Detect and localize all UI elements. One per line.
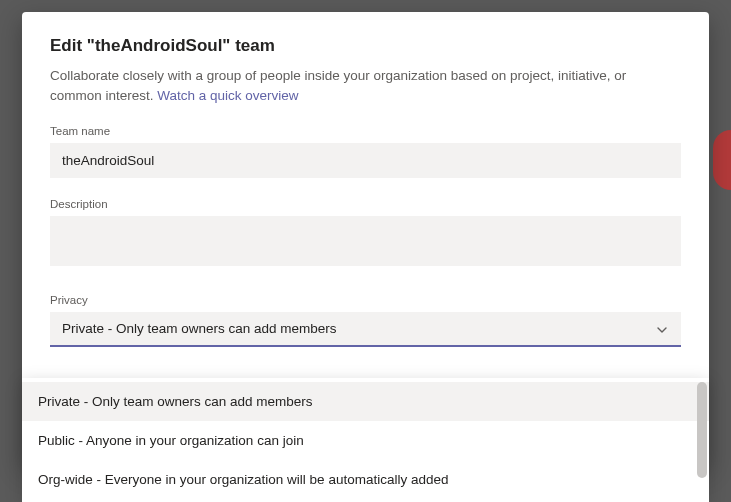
modal-title: Edit "theAndroidSoul" team [50,36,681,56]
team-name-label: Team name [50,125,681,137]
modal-subtitle: Collaborate closely with a group of peop… [50,66,681,105]
privacy-label: Privacy [50,294,681,306]
privacy-option-public[interactable]: Public - Anyone in your organization can… [22,421,709,460]
team-name-input[interactable] [50,143,681,178]
description-input[interactable] [50,216,681,266]
privacy-select[interactable]: Private - Only team owners can add membe… [50,312,681,347]
description-label: Description [50,198,681,210]
subtitle-text: Collaborate closely with a group of peop… [50,68,626,103]
privacy-option-orgwide[interactable]: Org-wide - Everyone in your organization… [22,460,709,499]
dropdown-scrollbar[interactable] [697,382,707,499]
privacy-dropdown: Private - Only team owners can add membe… [22,378,709,502]
quick-overview-link[interactable]: Watch a quick overview [157,88,298,103]
background-decoration [713,130,731,190]
privacy-selected-value: Private - Only team owners can add membe… [62,321,337,336]
scrollbar-thumb[interactable] [697,382,707,478]
privacy-option-private[interactable]: Private - Only team owners can add membe… [22,382,709,421]
